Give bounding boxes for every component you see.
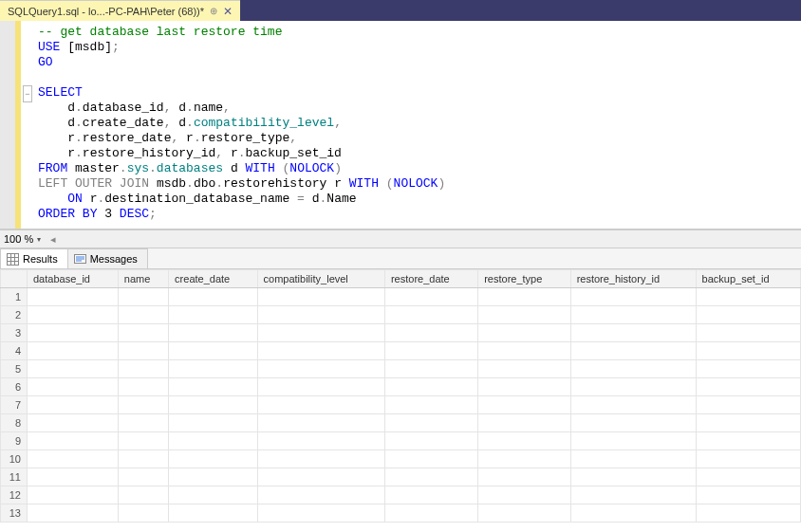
grid-cell[interactable]: [257, 288, 384, 306]
grid-cell[interactable]: [696, 306, 800, 324]
grid-cell[interactable]: [570, 432, 696, 450]
grid-cell[interactable]: [169, 306, 257, 324]
grid-cell[interactable]: [169, 414, 257, 432]
grid-cell[interactable]: [118, 288, 168, 306]
grid-cell[interactable]: [696, 324, 800, 342]
collapse-toggle-icon[interactable]: −: [23, 85, 32, 102]
grid-cell[interactable]: [570, 378, 696, 396]
grid-cell[interactable]: [696, 288, 800, 306]
table-row[interactable]: 10: [1, 450, 801, 468]
grid-cell[interactable]: [478, 486, 570, 504]
grid-cell[interactable]: [257, 450, 384, 468]
grid-cell[interactable]: [696, 378, 800, 396]
grid-cell[interactable]: [169, 342, 257, 360]
grid-cell[interactable]: [28, 432, 119, 450]
grid-cell[interactable]: [570, 288, 696, 306]
grid-cell[interactable]: [478, 450, 570, 468]
grid-cell[interactable]: [257, 360, 384, 378]
grid-cell[interactable]: [384, 288, 477, 306]
grid-cell[interactable]: [257, 414, 384, 432]
grid-cell[interactable]: [696, 450, 800, 468]
grid-cell[interactable]: [28, 414, 119, 432]
grid-cell[interactable]: [28, 450, 119, 468]
grid-cell[interactable]: [257, 324, 384, 342]
grid-cell[interactable]: [28, 288, 119, 306]
column-header[interactable]: database_id: [28, 270, 119, 288]
grid-cell[interactable]: [118, 324, 168, 342]
grid-cell[interactable]: [169, 324, 257, 342]
tab-messages[interactable]: Messages: [67, 248, 148, 268]
grid-cell[interactable]: [478, 396, 570, 414]
grid-cell[interactable]: [118, 432, 168, 450]
grid-cell[interactable]: [478, 378, 570, 396]
grid-cell[interactable]: [478, 288, 570, 306]
table-row[interactable]: 3: [1, 324, 801, 342]
grid-cell[interactable]: [118, 360, 168, 378]
column-header[interactable]: restore_history_id: [570, 270, 696, 288]
grid-cell[interactable]: [28, 468, 119, 486]
grid-cell[interactable]: [384, 468, 477, 486]
grid-cell[interactable]: [118, 396, 168, 414]
table-row[interactable]: 2: [1, 306, 801, 324]
grid-cell[interactable]: [384, 342, 477, 360]
grid-cell[interactable]: [696, 360, 800, 378]
grid-cell[interactable]: [570, 396, 696, 414]
grid-cell[interactable]: [570, 450, 696, 468]
grid-cell[interactable]: [169, 504, 257, 523]
grid-cell[interactable]: [384, 396, 477, 414]
table-row[interactable]: 12: [1, 486, 801, 504]
grid-cell[interactable]: [478, 342, 570, 360]
grid-cell[interactable]: [384, 378, 477, 396]
grid-cell[interactable]: [570, 486, 696, 504]
grid-cell[interactable]: [384, 324, 477, 342]
grid-cell[interactable]: [570, 468, 696, 486]
grid-cell[interactable]: [478, 414, 570, 432]
results-grid[interactable]: database_idnamecreate_datecompatibility_…: [0, 269, 801, 523]
code-area[interactable]: -- get database last restore timeUSE [ms…: [38, 21, 801, 229]
pin-icon[interactable]: ⊕: [210, 6, 217, 16]
grid-cell[interactable]: [169, 288, 257, 306]
grid-cell[interactable]: [384, 414, 477, 432]
grid-cell[interactable]: [570, 504, 696, 523]
grid-cell[interactable]: [384, 432, 477, 450]
grid-cell[interactable]: [257, 378, 384, 396]
grid-cell[interactable]: [257, 504, 384, 523]
table-row[interactable]: 7: [1, 396, 801, 414]
grid-cell[interactable]: [384, 504, 477, 523]
grid-cell[interactable]: [118, 378, 168, 396]
grid-cell[interactable]: [118, 450, 168, 468]
grid-cell[interactable]: [570, 360, 696, 378]
hscroll-left-icon[interactable]: ◂: [50, 233, 56, 246]
grid-cell[interactable]: [118, 486, 168, 504]
grid-cell[interactable]: [257, 306, 384, 324]
grid-cell[interactable]: [570, 414, 696, 432]
grid-cell[interactable]: [478, 324, 570, 342]
grid-cell[interactable]: [696, 432, 800, 450]
grid-cell[interactable]: [384, 360, 477, 378]
grid-cell[interactable]: [118, 504, 168, 523]
grid-cell[interactable]: [28, 504, 119, 523]
column-header[interactable]: backup_set_id: [696, 270, 800, 288]
grid-cell[interactable]: [28, 486, 119, 504]
table-row[interactable]: 6: [1, 378, 801, 396]
column-header[interactable]: restore_type: [478, 270, 570, 288]
grid-cell[interactable]: [28, 342, 119, 360]
grid-cell[interactable]: [118, 468, 168, 486]
grid-cell[interactable]: [570, 306, 696, 324]
grid-cell[interactable]: [257, 486, 384, 504]
grid-cell[interactable]: [696, 504, 800, 523]
table-row[interactable]: 8: [1, 414, 801, 432]
grid-cell[interactable]: [28, 324, 119, 342]
grid-cell[interactable]: [696, 414, 800, 432]
column-header[interactable]: restore_date: [384, 270, 477, 288]
table-row[interactable]: 1: [1, 288, 801, 306]
zoom-dropdown-icon[interactable]: ▾: [37, 235, 41, 244]
grid-cell[interactable]: [696, 486, 800, 504]
table-row[interactable]: 4: [1, 342, 801, 360]
grid-cell[interactable]: [478, 504, 570, 523]
grid-cell[interactable]: [28, 360, 119, 378]
grid-cell[interactable]: [118, 306, 168, 324]
grid-cell[interactable]: [28, 378, 119, 396]
grid-cell[interactable]: [696, 396, 800, 414]
grid-cell[interactable]: [169, 378, 257, 396]
